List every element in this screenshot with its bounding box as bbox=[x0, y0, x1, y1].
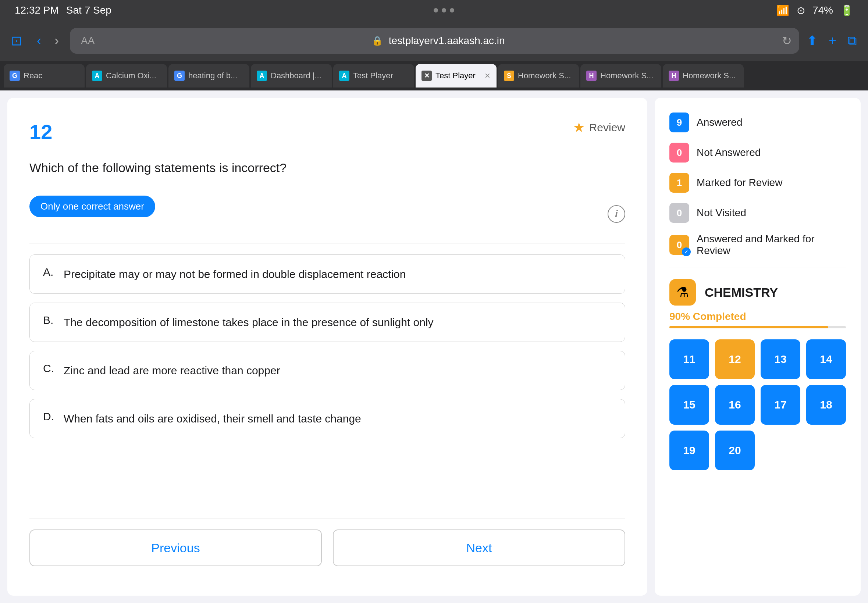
tabs-icon[interactable]: ⧉ bbox=[847, 33, 857, 48]
battery-icon: 🔋 bbox=[840, 5, 853, 17]
browser-chrome: ⊡ ‹ › AA 🔒 testplayerv1.aakash.ac.in ↻ ⬆… bbox=[0, 20, 868, 61]
question-text: Which of the following statements is inc… bbox=[29, 158, 625, 177]
q-btn-14[interactable]: 14 bbox=[806, 339, 846, 379]
status-legend: 9 Answered 0 Not Answered 1 Marked for R… bbox=[669, 113, 846, 268]
bottom-nav: Previous Next bbox=[29, 518, 625, 574]
dot-1 bbox=[434, 8, 438, 12]
question-number: 12 bbox=[29, 120, 52, 144]
options-list: A. Precipitate may or may not be formed … bbox=[29, 254, 625, 507]
option-a-text: Precipitate may or may not be formed in … bbox=[63, 266, 406, 282]
status-left: 12:32 PM Sat 7 Sep bbox=[15, 5, 111, 16]
aa-text: AA bbox=[70, 35, 94, 47]
legend-answered: 9 Answered bbox=[669, 113, 846, 132]
browser-actions: ⬆ + ⧉ bbox=[806, 33, 857, 48]
option-b-text: The decomposition of limestone takes pla… bbox=[63, 314, 434, 331]
tab-4-label: Test Player bbox=[353, 71, 393, 80]
answered-label: Answered bbox=[696, 116, 743, 128]
previous-button[interactable]: Previous bbox=[29, 529, 322, 566]
option-d-text: When fats and oils are oxidised, their s… bbox=[63, 410, 361, 427]
sidebar-toggle-icon[interactable]: ⊡ bbox=[11, 33, 22, 48]
tab-4[interactable]: A Test Player bbox=[333, 64, 414, 88]
q-btn-12[interactable]: 12 bbox=[715, 339, 755, 379]
reload-button[interactable]: ↻ bbox=[782, 34, 799, 48]
not-visited-badge: 0 bbox=[669, 203, 689, 223]
option-c[interactable]: C. Zinc and lead are more reactive than … bbox=[29, 351, 625, 390]
answered-marked-badge-wrap: 0 ✓ bbox=[669, 235, 689, 255]
browser-nav: ‹ › bbox=[33, 33, 62, 48]
option-d-letter: D. bbox=[43, 410, 55, 423]
answered-badge: 9 bbox=[669, 113, 689, 132]
answer-type-badge: Only one correct answer bbox=[29, 196, 155, 217]
tab-0[interactable]: G Reac bbox=[4, 64, 85, 88]
option-a-letter: A. bbox=[43, 266, 55, 278]
question-header: 12 ★ Review bbox=[29, 120, 625, 144]
tab-7-label: Homework S... bbox=[600, 71, 653, 80]
option-a[interactable]: A. Precipitate may or may not be formed … bbox=[29, 254, 625, 294]
q-btn-11[interactable]: 11 bbox=[669, 339, 709, 379]
address-bar[interactable]: AA 🔒 testplayerv1.aakash.ac.in ↻ bbox=[70, 28, 799, 54]
tab-8-label: Homework S... bbox=[682, 71, 736, 80]
option-c-text: Zinc and lead are more reactive than cop… bbox=[63, 362, 280, 379]
forward-button[interactable]: › bbox=[51, 33, 62, 48]
tab-8[interactable]: H Homework S... bbox=[663, 64, 744, 88]
tab-5-close-icon[interactable]: ✕ bbox=[484, 71, 490, 80]
marked-label: Marked for Review bbox=[696, 177, 782, 189]
legend-not-answered: 0 Not Answered bbox=[669, 143, 846, 162]
back-button[interactable]: ‹ bbox=[33, 33, 45, 48]
option-c-letter: C. bbox=[43, 362, 55, 375]
star-icon: ★ bbox=[573, 120, 585, 135]
q-btn-15[interactable]: 15 bbox=[669, 385, 709, 425]
divider bbox=[29, 243, 625, 243]
status-date: Sat 7 Sep bbox=[66, 5, 111, 16]
option-b[interactable]: B. The decomposition of limestone takes … bbox=[29, 303, 625, 342]
answer-type-row: Only one correct answer i bbox=[29, 196, 625, 232]
option-d[interactable]: D. When fats and oils are oxidised, thei… bbox=[29, 399, 625, 438]
tab-1-label: Calcium Oxi... bbox=[106, 71, 156, 80]
not-answered-badge: 0 bbox=[669, 143, 689, 162]
tab-3[interactable]: A Dashboard |... bbox=[251, 64, 332, 88]
q-btn-19[interactable]: 19 bbox=[669, 431, 709, 470]
q-btn-18[interactable]: 18 bbox=[806, 385, 846, 425]
new-tab-icon[interactable]: + bbox=[829, 33, 836, 48]
next-button[interactable]: Next bbox=[333, 529, 625, 566]
status-bar: 12:32 PM Sat 7 Sep 📶 ⊙ 74% 🔋 bbox=[0, 0, 868, 20]
tab-3-label: Dashboard |... bbox=[271, 71, 322, 80]
tab-1[interactable]: A Calcium Oxi... bbox=[86, 64, 167, 88]
marked-badge: 1 bbox=[669, 173, 689, 193]
tab-7[interactable]: H Homework S... bbox=[580, 64, 661, 88]
right-panel: 9 Answered 0 Not Answered 1 Marked for R… bbox=[654, 98, 861, 596]
q-btn-17[interactable]: 17 bbox=[761, 385, 800, 425]
question-grid: 11 12 13 14 15 16 17 18 19 20 bbox=[669, 339, 846, 470]
legend-not-visited: 0 Not Visited bbox=[669, 203, 846, 223]
tab-6-label: Homework S... bbox=[518, 71, 571, 80]
q-btn-20[interactable]: 20 bbox=[715, 431, 755, 470]
progress-bar bbox=[669, 326, 846, 328]
check-overlay-icon: ✓ bbox=[682, 247, 691, 256]
lock-icon: 🔒 bbox=[372, 36, 383, 46]
not-visited-label: Not Visited bbox=[696, 207, 746, 219]
answered-marked-label: Answered and Marked for Review bbox=[696, 233, 846, 257]
dot-2 bbox=[442, 8, 446, 12]
progress-bar-fill bbox=[669, 326, 828, 328]
battery-level: 74% bbox=[812, 5, 833, 16]
chemistry-header: ⚗ CHEMISTRY bbox=[669, 279, 846, 306]
tab-6[interactable]: S Homework S... bbox=[498, 64, 579, 88]
status-dots bbox=[434, 8, 454, 12]
review-label: Review bbox=[589, 121, 625, 134]
dot-3 bbox=[450, 8, 454, 12]
review-button[interactable]: ★ Review bbox=[573, 120, 625, 135]
url-text: testplayerv1.aakash.ac.in bbox=[389, 35, 505, 47]
status-time: 12:32 PM bbox=[15, 5, 59, 16]
question-panel: 12 ★ Review Which of the following state… bbox=[7, 98, 647, 596]
chemistry-label: CHEMISTRY bbox=[705, 285, 778, 300]
q-btn-13[interactable]: 13 bbox=[761, 339, 800, 379]
main-content: 12 ★ Review Which of the following state… bbox=[0, 90, 868, 603]
info-icon[interactable]: i bbox=[608, 205, 625, 223]
tab-5-active[interactable]: ✕ Test Player ✕ bbox=[416, 64, 497, 88]
q-btn-16[interactable]: 16 bbox=[715, 385, 755, 425]
option-b-letter: B. bbox=[43, 314, 55, 326]
tab-2-label: heating of b... bbox=[188, 71, 237, 80]
share-icon[interactable]: ⬆ bbox=[806, 33, 818, 48]
signal-icon: ⊙ bbox=[797, 5, 805, 17]
tab-2[interactable]: G heating of b... bbox=[169, 64, 249, 88]
